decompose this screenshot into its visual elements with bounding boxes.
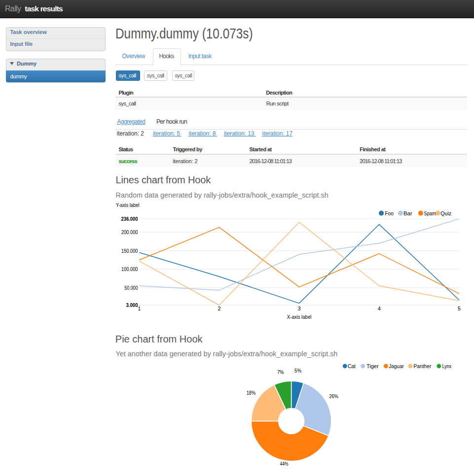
svg-text:44%: 44%	[280, 461, 288, 467]
svg-text:Tiger: Tiger	[366, 363, 379, 369]
svg-text:Foo: Foo	[385, 210, 394, 216]
svg-text:3.000: 3.000	[126, 302, 138, 308]
svg-text:236.000: 236.000	[121, 216, 138, 222]
svg-text:26%: 26%	[329, 393, 338, 399]
svg-text:X-axis label: X-axis label	[287, 314, 312, 320]
svg-text:Quiz: Quiz	[440, 210, 451, 216]
svg-text:Lynx: Lynx	[442, 363, 451, 369]
svg-text:150.000: 150.000	[121, 248, 138, 254]
svg-text:Cat: Cat	[348, 363, 356, 369]
svg-text:Panther: Panther	[414, 363, 432, 369]
svg-text:7%: 7%	[277, 369, 284, 375]
svg-text:200.000: 200.000	[121, 229, 138, 235]
svg-text:Y-axis label: Y-axis label	[116, 202, 140, 208]
svg-text:100.000: 100.000	[121, 266, 138, 272]
svg-text:5%: 5%	[294, 368, 301, 374]
svg-text:4: 4	[378, 306, 381, 311]
svg-text:5: 5	[458, 306, 461, 311]
svg-text:Spam: Spam	[424, 210, 436, 216]
svg-text:3: 3	[298, 306, 301, 311]
svg-text:50.000: 50.000	[124, 285, 138, 291]
svg-text:18%: 18%	[247, 390, 256, 396]
svg-text:1: 1	[138, 306, 141, 311]
svg-text:Bar: Bar	[403, 210, 412, 216]
svg-text:Jaguar: Jaguar	[389, 363, 404, 369]
svg-text:2: 2	[218, 306, 220, 311]
